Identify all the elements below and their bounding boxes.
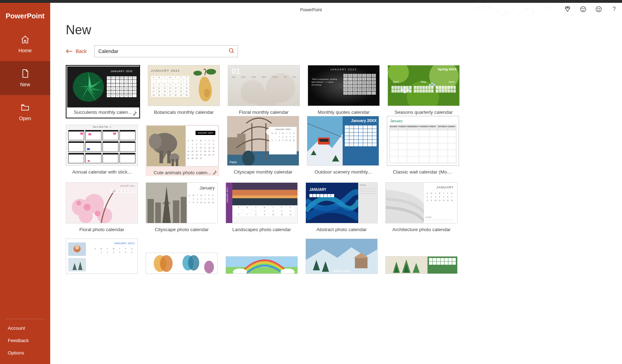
svg-point-8 [584,8,584,9]
template-label: Cute animals photo calen... [153,170,211,175]
open-folder-icon [21,103,30,112]
pin-icon[interactable] [132,111,137,117]
template-row4-col5[interactable]: 1234567891011121314 [385,239,458,274]
back-label: Back [76,48,87,54]
sidebar-item-open[interactable]: Open [0,95,50,129]
template-floral-photo-calendar[interactable]: JANUARY 20xx 1234567 Floral photo calend… [66,182,138,232]
sidebar-item-options[interactable]: Options [0,347,50,359]
template-row4-col4[interactable]: Winter 20XX [306,239,378,274]
template-architecture-photo-calendar[interactable]: JANUARY SMTWTFS1234567891011121314 NOTES… [385,182,458,232]
succulent-illustration [71,69,106,105]
watercolor-butterflies [146,253,217,274]
template-outdoor-scenery-monthly[interactable]: January 20XX SMTWTFS 123 45678910 111213… [307,125,379,176]
template-cityscape-monthly-calendar[interactable]: JANUARY 20XX SMTWTFS123456789101112 Pari… [227,125,299,176]
svg-rect-60 [155,202,161,223]
premium-diamond-icon[interactable] [564,6,571,13]
backstage-sidebar: PowerPoint Home New Open Account Feedbac… [0,3,50,364]
winter-scene-illustration [306,239,377,274]
template-label: Outdoor scenery monthly... [314,169,371,175]
template-label: Floral monthly calendar [239,110,289,115]
sidebar-item-feedback[interactable]: Feedback [0,334,50,347]
back-button[interactable]: Back [66,48,87,54]
template-label: Landscapes photo calendar [232,227,291,232]
template-label: Succulents monthly calen... [74,110,132,115]
svg-rect-59 [147,199,154,223]
template-seasons-quarterly-calendar[interactable]: Spring 20XX AprilMayJune 1234567891011 1… [388,65,460,118]
svg-point-9 [596,7,601,12]
svg-point-10 [598,8,598,9]
template-label: Abstract photo calendar [316,227,367,232]
search-icon[interactable] [228,48,235,55]
template-cute-animals-photo-calendar[interactable]: JANUARY 20XX SMTWTFS 123456 78910111213 … [146,125,219,176]
snow-trees-photo [68,258,86,271]
template-label: Monthly quotes calendar [318,110,370,115]
template-label: Seasons quarterly calendar [395,110,453,115]
svg-point-4 [544,4,550,10]
svg-rect-36 [159,151,163,163]
svg-point-56 [95,211,100,216]
sidebar-item-home[interactable]: Home [0,27,50,61]
template-floral-monthly-calendar[interactable]: 01 SUNMONTUESWEDTHURSFRISAT Floral month… [228,65,300,118]
svg-point-71 [75,245,79,249]
app-brand: PowerPoint [0,3,50,27]
forest-illustration [386,257,428,274]
template-row4-col3[interactable] [226,239,298,274]
svg-point-77 [188,255,199,271]
template-monthly-quotes-calendar[interactable]: JANUARY 20XX "Pain is temporary. Quittin… [308,65,380,118]
template-label: Cityscape monthly calendar [234,169,292,175]
svg-point-46 [242,151,255,166]
svg-rect-40 [176,159,178,166]
sunset-photo [232,183,298,205]
sidebar-item-label: Home [18,48,31,53]
sidebar-item-label: Open [19,116,31,121]
sidebar-item-account[interactable]: Account [0,322,50,334]
svg-rect-39 [172,159,174,166]
sidebar-item-new[interactable]: New [0,61,50,95]
template-botanicals-monthly-calendar[interactable]: JANUARY 2021 SMTWTFS 12 3456789 10111213… [148,65,220,118]
svg-point-3 [526,7,534,16]
svg-point-53 [79,209,93,223]
smiley-sad-icon[interactable] [595,6,602,13]
rose-watermark [228,65,300,106]
paris-photo [146,183,187,223]
svg-point-75 [160,255,173,272]
template-label: Cityscape photo calendar [155,227,209,232]
svg-point-55 [84,204,91,211]
template-abstract-photo-calendar[interactable]: JANUARY 1234567 NOTES Abstract photo cal… [306,182,378,232]
main-content: New Back [50,16,622,364]
template-label: Classic wall calendar (Mon... [393,169,453,175]
template-grid: JANUARY 2020 SUNMONTUEWEDTHUFRISAT 1234 … [50,65,622,294]
chrome-top-strip [0,0,622,3]
template-annual-calendar-sticky[interactable]: Add a Slide Title - 1 [66,125,138,176]
title-bar-actions: ? [564,6,618,13]
svg-point-16 [204,89,210,97]
architecture-photo [386,183,424,223]
home-icon [21,35,30,44]
svg-point-57 [76,200,81,205]
template-row4-col1[interactable]: JANUARY 20XX SMTWTFS123456 [66,239,138,274]
template-cityscape-photo-calendar[interactable]: January SMTWTFS12345678910111213 Citysca… [146,182,218,232]
smiley-happy-icon[interactable] [580,6,587,13]
template-label: Floral photo calendar [80,227,124,232]
svg-point-15 [193,71,202,76]
template-classic-wall-calendar[interactable]: January MONDAYTUESDAYWEDNESDAYTHURSDAYFR… [387,125,459,176]
template-label: Architecture photo calendar [392,227,450,232]
elephant-photo [147,126,186,166]
svg-rect-61 [173,200,179,223]
svg-point-14 [206,69,216,75]
help-icon[interactable]: ? [611,6,618,13]
cherry-blossom-photo [66,183,138,223]
svg-point-11 [599,8,600,9]
template-succulents-monthly-calendar[interactable]: JANUARY 2020 SUNMONTUEWEDTHUFRISAT 1234 … [66,65,140,118]
svg-rect-84 [355,258,368,268]
title-bar: PowerPoint ? [0,3,622,16]
svg-point-7 [582,8,582,9]
search-input[interactable] [98,48,226,54]
pin-icon[interactable] [212,170,217,176]
rainbow-illustration [226,257,297,274]
cablecar-illustration [307,116,343,166]
template-landscapes-photo-calendar[interactable]: JANUARY 20YY SMTWTFS123456789101112 Land… [226,182,298,232]
template-row4-col2[interactable] [146,239,218,274]
search-box[interactable] [94,45,238,57]
sidebar-item-label: New [20,82,30,87]
